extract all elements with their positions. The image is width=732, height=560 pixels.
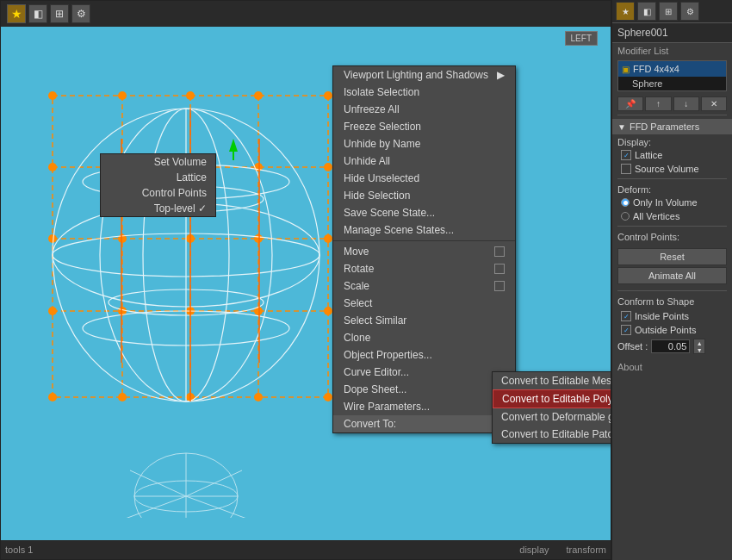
menu-viewport-lighting[interactable]: Viewport Lighting and Shadows ▶	[333, 66, 515, 84]
offset-spinner[interactable]: ▲ ▼	[693, 339, 705, 354]
only-in-volume-radio[interactable]	[621, 198, 630, 207]
modifier-ffd[interactable]: ▣ FFD 4x4x4	[618, 61, 726, 77]
svg-point-10	[254, 91, 263, 100]
set-volume-item[interactable]: Set Volume	[101, 154, 215, 170]
svg-point-31	[324, 393, 332, 401]
menu-unhide-all[interactable]: Unhide All	[333, 152, 515, 170]
modifier-list-label: Modifier List	[612, 43, 732, 59]
grid-icon[interactable]: ⊞	[50, 4, 69, 23]
move-down-button[interactable]: ↓	[673, 96, 699, 111]
menu-manage-scene-states[interactable]: Manage Scene States...	[333, 221, 515, 239]
svg-point-9	[186, 91, 195, 100]
cube-icon[interactable]: ◧	[28, 4, 47, 23]
svg-point-8	[118, 91, 127, 100]
svg-line-51	[104, 496, 186, 518]
move-up-button[interactable]: ↑	[645, 96, 671, 111]
menu-curve-editor[interactable]: Curve Editor...	[333, 364, 515, 381]
menu-isolate-selection[interactable]: Isolate Selection	[333, 84, 515, 101]
svg-point-28	[118, 393, 127, 401]
gear-panel-icon[interactable]: ⚙	[680, 2, 699, 21]
svg-line-53	[130, 470, 186, 496]
context-menu: Viewport Lighting and Shadows ▶ Isolate …	[332, 65, 516, 433]
top-level-item[interactable]: Top-level ✓	[101, 201, 215, 216]
menu-hide-selection[interactable]: Hide Selection	[333, 187, 515, 204]
arrow-icon: ▶	[497, 69, 505, 81]
gear-icon[interactable]: ⚙	[71, 4, 90, 23]
lattice-item[interactable]: Lattice	[101, 170, 215, 185]
spinner-up[interactable]: ▲	[694, 339, 704, 346]
all-vertices-label: All Vertices	[633, 211, 679, 221]
menu-dope-sheet[interactable]: Dope Sheet...	[333, 381, 515, 398]
cube-panel-icon[interactable]: ◧	[637, 2, 656, 21]
menu-move[interactable]: Move	[333, 243, 515, 260]
menu-scale[interactable]: Scale	[333, 277, 515, 295]
about-label[interactable]: About	[612, 359, 732, 375]
svg-point-27	[48, 393, 57, 401]
offset-label: Offset :	[617, 341, 648, 352]
viewport-label: LEFT	[565, 31, 598, 46]
ffd-collapse-icon[interactable]: ▼	[617, 122, 626, 132]
only-in-volume-label: Only In Volume	[633, 197, 698, 208]
svg-point-11	[324, 91, 332, 100]
star-panel-icon[interactable]: ★	[616, 2, 635, 21]
menu-unhide-by-name[interactable]: Unhide by Name	[333, 135, 515, 152]
control-points-label: Control Points:	[612, 229, 732, 245]
top-toolbar: ★ ◧ ⊞ ⚙	[1, 1, 611, 27]
viewport: ★ ◧ ⊞ ⚙ LEFT	[0, 0, 611, 560]
submenu-editable-patch[interactable]: Convert to Editable Patch	[493, 426, 611, 443]
inside-points-checkbox[interactable]: ✓	[621, 311, 631, 321]
submenu: Convert to Editable Mesh Convert to Edit…	[492, 371, 611, 444]
submenu-editable-mesh[interactable]: Convert to Editable Mesh	[493, 372, 611, 389]
conform-to-shape-label: Conform to Shape	[612, 294, 732, 309]
top-icon-bar: ★ ◧ ⊞ ⚙	[612, 0, 732, 23]
ffd-params-header: ▼ FFD Parameters	[612, 119, 732, 134]
menu-select-similar[interactable]: Select Similar	[333, 312, 515, 329]
svg-point-17	[48, 234, 57, 243]
offset-row: Offset : ▲ ▼	[612, 337, 732, 356]
modifier-icon-ffd: ▣	[622, 65, 630, 74]
menu-save-scene-state[interactable]: Save Scene State...	[333, 204, 515, 221]
submenu-editable-poly[interactable]: Convert to Editable Poly	[493, 389, 611, 408]
deform-section-label: Deform:	[612, 182, 732, 196]
svg-marker-46	[229, 139, 238, 152]
source-volume-checkbox[interactable]	[621, 164, 631, 174]
menu-convert-to[interactable]: Convert To: ▶	[333, 415, 515, 432]
right-panel: ★ ◧ ⊞ ⚙ Sphere001 Modifier List ▣ FFD 4x…	[611, 0, 732, 560]
grid-panel-icon[interactable]: ⊞	[659, 2, 678, 21]
tools-left: tools 1	[5, 544, 33, 555]
menu-freeze-selection[interactable]: Freeze Selection	[333, 118, 515, 135]
menu-object-properties[interactable]: Object Properties...	[333, 346, 515, 364]
only-in-volume-row: Only In Volume	[612, 196, 732, 209]
star-icon[interactable]: ★	[7, 4, 26, 23]
modifier-sphere[interactable]: Sphere	[618, 77, 726, 90]
reset-button[interactable]: Reset	[617, 248, 727, 265]
menu-unfreeze-all[interactable]: Unfreeze All	[333, 101, 515, 118]
outside-points-checkbox[interactable]: ✓	[621, 325, 631, 335]
menu-rotate[interactable]: Rotate	[333, 260, 515, 277]
lattice-checkbox-row: ✓ Lattice	[612, 148, 732, 162]
svg-point-26	[324, 307, 332, 315]
lattice-checkbox[interactable]: ✓	[621, 150, 631, 160]
display-text: display	[519, 544, 549, 555]
delete-modifier-button[interactable]: ✕	[701, 96, 727, 111]
all-vertices-radio[interactable]	[621, 212, 630, 221]
offset-input[interactable]	[651, 339, 690, 353]
outside-points-row: ✓ Outside Points	[612, 323, 732, 337]
display-section-label: Display:	[612, 134, 732, 148]
menu-select[interactable]: Select	[333, 295, 515, 312]
svg-point-12	[48, 163, 57, 171]
svg-point-20	[254, 234, 263, 243]
source-volume-checkbox-row: Source Volume	[612, 162, 732, 176]
control-points-item[interactable]: Control Points	[101, 185, 215, 201]
menu-hide-unselected[interactable]: Hide Unselected	[333, 170, 515, 187]
all-vertices-row: All Vertices	[612, 209, 732, 223]
animate-all-button[interactable]: Animate All	[617, 267, 727, 284]
spinner-down[interactable]: ▼	[694, 346, 704, 353]
modifier-buttons: 📌 ↑ ↓ ✕	[612, 93, 732, 115]
menu-wire-parameters[interactable]: Wire Parameters...	[333, 398, 515, 415]
menu-clone[interactable]: Clone	[333, 329, 515, 346]
svg-point-7	[48, 91, 57, 100]
submenu-deformable-gpoly[interactable]: Convert to Deformable gPoly	[493, 408, 611, 426]
svg-point-21	[324, 234, 332, 243]
pin-button[interactable]: 📌	[617, 96, 643, 111]
